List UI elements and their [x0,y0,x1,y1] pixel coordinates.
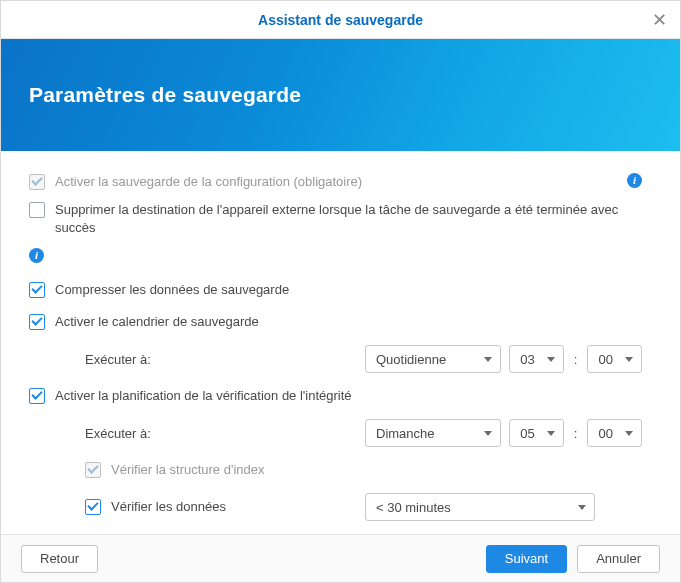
checkbox-verify-index [85,462,101,478]
chevron-down-icon [625,357,633,362]
integrity-minute-value: 00 [598,426,612,441]
integrity-hour-select[interactable]: 05 [509,419,564,447]
label-enable-integrity: Activer la planification de la vérificat… [55,387,642,405]
time-separator: : [572,426,580,441]
label-verify-index: Vérifier la structure d'index [111,461,642,479]
option-verify-data: Vérifier les données [29,498,329,516]
schedule-run-at-label: Exécuter à: [85,352,357,367]
chevron-down-icon [484,357,492,362]
schedule-run-at-row: Exécuter à: Quotidienne 03 : 00 [29,345,642,373]
integrity-frequency-select[interactable]: Dimanche [365,419,501,447]
option-delete-destination: Supprimer la destination de l'appareil e… [29,201,642,237]
chevron-down-icon [484,431,492,436]
footer: Retour Suivant Annuler [1,534,680,582]
checkbox-compress[interactable] [29,282,45,298]
footer-right: Suivant Annuler [486,545,660,573]
integrity-minute-select[interactable]: 00 [587,419,642,447]
verify-data-duration-select[interactable]: < 30 minutes [365,493,595,521]
integrity-frequency-value: Dimanche [376,426,435,441]
schedule-minute-value: 00 [598,352,612,367]
label-delete-destination: Supprimer la destination de l'appareil e… [55,201,642,237]
info-icon[interactable]: i [29,248,44,263]
schedule-frequency-select[interactable]: Quotidienne [365,345,501,373]
option-enable-integrity: Activer la planification de la vérificat… [29,387,642,405]
checkbox-delete-destination[interactable] [29,202,45,218]
chevron-down-icon [547,357,555,362]
info-icon[interactable]: i [627,173,642,188]
checkbox-verify-data[interactable] [85,499,101,515]
header-banner: Paramètres de sauvegarde [1,39,680,151]
checkbox-enable-schedule[interactable] [29,314,45,330]
schedule-hour-select[interactable]: 03 [509,345,564,373]
time-separator: : [572,352,580,367]
option-compress: Compresser les données de sauvegarde [29,281,642,299]
close-icon[interactable]: ✕ [650,11,668,29]
schedule-frequency-value: Quotidienne [376,352,446,367]
checkbox-enable-integrity[interactable] [29,388,45,404]
integrity-run-at-label: Exécuter à: [85,426,357,441]
cancel-button[interactable]: Annuler [577,545,660,573]
option-enable-config-backup: Activer la sauvegarde de la configuratio… [29,173,642,191]
label-verify-data: Vérifier les données [111,498,329,516]
back-button[interactable]: Retour [21,545,98,573]
option-verify-data-row: Vérifier les données < 30 minutes [29,493,642,521]
scroll-area[interactable]: Activer la sauvegarde de la configuratio… [29,173,652,524]
window-title: Assistant de sauvegarde [258,12,423,28]
verify-data-duration-value: < 30 minutes [376,500,451,515]
schedule-hour-value: 03 [520,352,534,367]
schedule-minute-select[interactable]: 00 [587,345,642,373]
chevron-down-icon [547,431,555,436]
next-button[interactable]: Suivant [486,545,567,573]
checkbox-enable-config-backup [29,174,45,190]
integrity-run-at-row: Exécuter à: Dimanche 05 : 00 [29,419,642,447]
label-enable-schedule: Activer le calendrier de sauvegarde [55,313,642,331]
titlebar: Assistant de sauvegarde ✕ [1,1,680,39]
label-compress: Compresser les données de sauvegarde [55,281,642,299]
content: Activer la sauvegarde de la configuratio… [1,151,680,534]
integrity-hour-value: 05 [520,426,534,441]
info-icon-row: i [29,247,642,263]
chevron-down-icon [578,505,586,510]
label-enable-config-backup: Activer la sauvegarde de la configuratio… [55,173,617,191]
page-title: Paramètres de sauvegarde [29,83,301,107]
option-enable-schedule: Activer le calendrier de sauvegarde [29,313,642,331]
chevron-down-icon [625,431,633,436]
option-verify-index: Vérifier la structure d'index [29,461,642,479]
